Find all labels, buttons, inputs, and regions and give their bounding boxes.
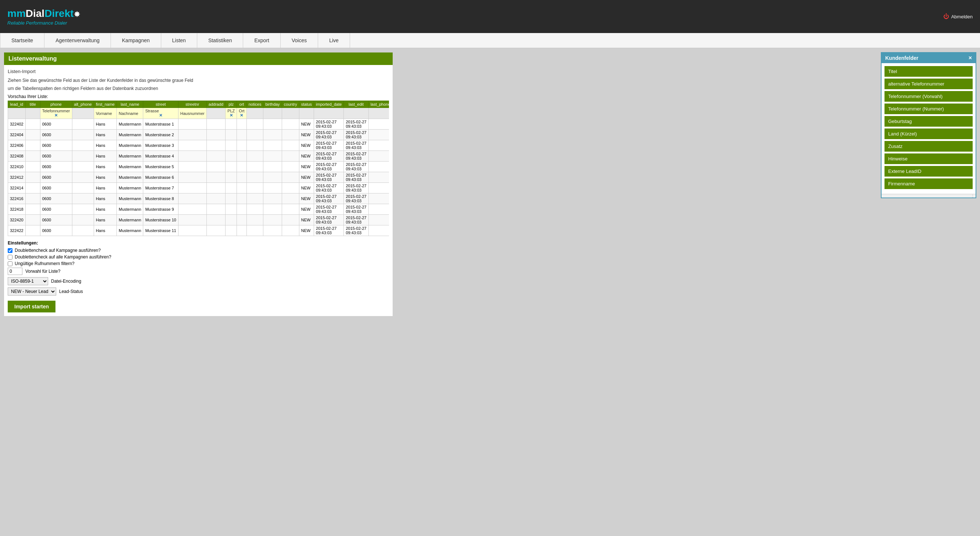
kundenfelder-body: Titelalternative TelefonnummerTelefonnum… bbox=[881, 63, 975, 194]
nav-item-startseite[interactable]: Startseite bbox=[0, 33, 45, 48]
mapping-cell-last_name[interactable]: Nachname bbox=[117, 108, 143, 119]
kundenfelder-item[interactable]: Land (Kürzel) bbox=[885, 128, 973, 139]
mapping-cell-title[interactable] bbox=[25, 108, 40, 119]
cell-birthday bbox=[263, 172, 282, 183]
cell-plz bbox=[226, 225, 237, 236]
mapping-cell-street[interactable]: Strasse✕ bbox=[143, 108, 178, 119]
th-last_name: last_name bbox=[117, 101, 143, 108]
kundenfelder-item[interactable]: Telefonnummer (Nummer) bbox=[885, 103, 973, 114]
cell-title bbox=[25, 225, 40, 236]
mapping-cell-imported_date[interactable] bbox=[314, 108, 344, 119]
mapping-cell-status[interactable] bbox=[299, 108, 314, 119]
kundenfelder-item[interactable]: Titel bbox=[885, 66, 973, 77]
cell-phone: 0600 bbox=[40, 140, 72, 151]
th-last_phone: last_phone bbox=[368, 101, 389, 108]
mapping-cell-notices[interactable] bbox=[247, 108, 263, 119]
cell-first_name: Hans bbox=[94, 225, 116, 236]
remove-mapping-ort[interactable]: ✕ bbox=[239, 113, 244, 118]
nav-item-listen[interactable]: Listen bbox=[161, 33, 197, 48]
cell-ort bbox=[237, 225, 247, 236]
cell-last_edit: 2015-02-2709:43:03 bbox=[344, 130, 368, 140]
remove-mapping-plz[interactable]: ✕ bbox=[228, 113, 235, 118]
cell-streetnr bbox=[178, 151, 207, 162]
cell-imported_date: 2015-02-2709:43:03 bbox=[314, 204, 344, 215]
cell-first_name: Hans bbox=[94, 183, 116, 193]
mapping-cell-birthday[interactable] bbox=[263, 108, 282, 119]
cell-first_name: Hans bbox=[94, 151, 116, 162]
mapping-cell-plz[interactable]: PLZ✕ bbox=[226, 108, 237, 119]
encoding-select[interactable]: ISO-8859-1UTF-8Windows-1252 bbox=[8, 277, 48, 285]
kundenfelder-item[interactable]: alternative Telefonnummer bbox=[885, 79, 973, 89]
mapping-cell-first_name[interactable]: Vorname bbox=[94, 108, 116, 119]
cell-ort bbox=[237, 162, 247, 172]
cell-addradd bbox=[207, 140, 225, 151]
cell-ort bbox=[237, 151, 247, 162]
instruction-line2: um die Tabellenspalten den richtigen Fel… bbox=[8, 85, 389, 92]
cell-lead_id: 322412 bbox=[8, 172, 26, 183]
checkbox-row-1: Doublettencheck auf Kampagne ausführen? bbox=[8, 248, 389, 253]
mapping-cell-phone[interactable]: Telefonnummer✕ bbox=[40, 108, 72, 119]
kundenfelder-item[interactable]: Geburtstag bbox=[885, 116, 973, 127]
remove-mapping-street[interactable]: ✕ bbox=[145, 113, 176, 118]
mapping-cell-ort[interactable]: Ort✕ bbox=[237, 108, 247, 119]
cell-addradd bbox=[207, 151, 225, 162]
cell-birthday bbox=[263, 215, 282, 225]
cell-last_name: Mustermann bbox=[117, 193, 143, 204]
doublettencheck-alle-label: Doublettencheck auf alle Kampagnen ausfü… bbox=[15, 254, 111, 260]
nav-item-agentenverwaltung[interactable]: Agentenverwaltung bbox=[45, 33, 111, 48]
kundenfelder-item[interactable]: Telefonnummer (Vorwahl) bbox=[885, 91, 973, 102]
cell-imported_date: 2015-02-2709:43:03 bbox=[314, 193, 344, 204]
cell-streetnr bbox=[178, 119, 207, 130]
cell-streetnr bbox=[178, 172, 207, 183]
cell-streetnr bbox=[178, 183, 207, 193]
cell-ort bbox=[237, 172, 247, 183]
kundenfelder-item[interactable]: Firmenname bbox=[885, 178, 973, 189]
kundenfelder-close-button[interactable]: × bbox=[969, 55, 972, 61]
preview-label: Vorschau Ihrer Liste: bbox=[8, 94, 389, 99]
th-status: status bbox=[299, 101, 314, 108]
kundenfelder-resize-handle[interactable]: ⋮ bbox=[881, 194, 975, 198]
mapping-cell-streetnr[interactable]: Hausnummer bbox=[178, 108, 207, 119]
remove-mapping-phone[interactable]: ✕ bbox=[42, 113, 70, 118]
nav-item-live[interactable]: Live bbox=[318, 33, 350, 48]
encoding-label: Datei-Encoding bbox=[51, 279, 81, 284]
mapping-cell-last_edit[interactable] bbox=[344, 108, 368, 119]
mapping-cell-last_phone[interactable] bbox=[368, 108, 389, 119]
mapping-cell-addradd[interactable] bbox=[207, 108, 225, 119]
kundenfelder-item[interactable]: Zusatz bbox=[885, 141, 973, 152]
ungueltige-rufnummern-checkbox[interactable] bbox=[8, 262, 13, 266]
logout-label: Abmelden bbox=[951, 14, 973, 19]
mapping-cell-country[interactable] bbox=[282, 108, 299, 119]
settings-title: Einstellungen: bbox=[8, 241, 389, 246]
mapping-cell-alt_phone[interactable] bbox=[72, 108, 94, 119]
nav-item-export[interactable]: Export bbox=[243, 33, 280, 48]
cell-status: NEW bbox=[299, 204, 314, 215]
lead-status-select[interactable]: NEW - Neuer LeadCALLBACKCLOSED bbox=[8, 287, 56, 295]
cell-country bbox=[282, 183, 299, 193]
th-birthday: birthday bbox=[263, 101, 282, 108]
cell-ort bbox=[237, 140, 247, 151]
nav-item-statistiken[interactable]: Statistiken bbox=[197, 33, 243, 48]
cell-last_edit: 2015-02-2709:43:03 bbox=[344, 162, 368, 172]
doublettencheck-kampagne-checkbox[interactable] bbox=[8, 248, 13, 253]
cell-street: Musterstrasse 8 bbox=[143, 193, 178, 204]
cell-addradd bbox=[207, 130, 225, 140]
cell-imported_date: 2015-02-2709:43:03 bbox=[314, 162, 344, 172]
cell-first_name: Hans bbox=[94, 172, 116, 183]
kundenfelder-item[interactable]: Hinweise bbox=[885, 154, 973, 164]
cell-last_phone bbox=[368, 130, 389, 140]
logo-star: ✸ bbox=[74, 10, 80, 18]
cell-first_name: Hans bbox=[94, 119, 116, 130]
nav-item-voices[interactable]: Voices bbox=[281, 33, 318, 48]
doublettencheck-alle-checkbox[interactable] bbox=[8, 255, 13, 260]
mapping-cell-lead_id[interactable] bbox=[8, 108, 26, 119]
import-button[interactable]: Import starten bbox=[8, 301, 56, 312]
cell-country bbox=[282, 119, 299, 130]
nav-item-kampagnen[interactable]: Kampagnen bbox=[111, 33, 161, 48]
cell-alt_phone bbox=[72, 140, 94, 151]
logout-button[interactable]: ⏻ Abmelden bbox=[943, 13, 973, 20]
kundenfelder-item[interactable]: Externe LeadID bbox=[885, 166, 973, 177]
cell-phone: 0600 bbox=[40, 172, 72, 183]
vorwahl-input[interactable] bbox=[8, 268, 22, 275]
cell-lead_id: 322402 bbox=[8, 119, 26, 130]
